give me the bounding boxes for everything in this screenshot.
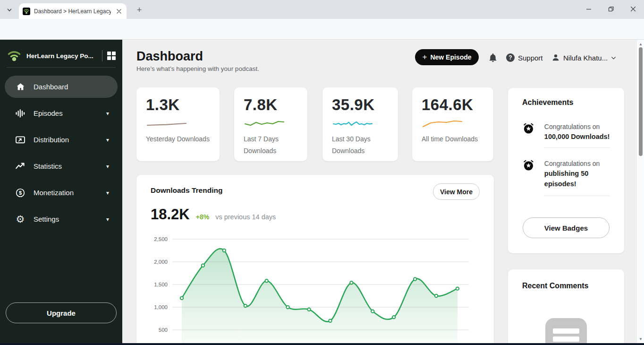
sidebar-item-dashboard[interactable]: Dashboard [5,76,118,98]
stat-card-7days: 7.8K Last 7 Days Downloads [234,87,307,161]
bell-icon [488,52,498,63]
scroll-up-icon[interactable]: ▲ [637,41,644,47]
achievement-text: Congratulations on 100,000 Downloads! [544,122,610,142]
tab-close-icon[interactable] [115,7,123,15]
question-icon: ? [506,53,515,62]
sidebar-item-monetization[interactable]: $ Monetization ▾ [5,181,118,204]
podcast-name: HerLearn Legacy Po... [26,52,97,60]
trend-icon [15,161,25,172]
view-more-button[interactable]: View More [433,183,480,200]
support-label: Support [518,54,543,62]
sidebar-nav: Dashboard Episodes ▾ [0,76,122,234]
downloads-trending-chart: 2,5002,0001,5001,000500 [141,232,477,343]
empty-comments-icon [545,318,587,343]
recent-comments-title: Recent Comments [522,282,588,290]
page-scrollbar[interactable]: ▲ ▼ [636,40,644,343]
stat-label: Last 7 Days Downloads [244,133,298,157]
sidebar-item-statistics[interactable]: Statistics ▾ [5,155,118,177]
achievement-item: Congratulations on 100,000 Downloads! [522,122,610,142]
downloads-trending-card: Downloads Trending View More 18.2K +8% v… [136,175,494,343]
taskbar-edge [0,343,644,345]
achievement-item: Congratulations on publishing 50 episode… [522,159,610,190]
achievement-highlight: 100,000 Downloads! [544,133,610,140]
stat-value: 7.8K [244,96,298,114]
sidebar-item-distribution[interactable]: Distribution ▾ [5,129,118,151]
chevron-down-icon [6,7,13,13]
dollar-icon: $ [15,188,25,198]
chevron-down-icon[interactable]: ▾ [106,216,109,223]
svg-text:500: 500 [159,327,168,333]
divider [544,196,610,196]
apps-grid-icon[interactable] [107,52,116,60]
waveform-icon [15,108,25,119]
window-controls [577,0,644,18]
sidebar-header-divider [102,50,102,61]
window-restore-button[interactable] [600,0,622,18]
sidebar-item-settings[interactable]: ⚙ Settings ▾ [5,208,118,230]
sidebar-item-label: Distribution [34,136,98,144]
trending-title: Downloads Trending [151,186,222,195]
sparkline-icon [244,117,285,129]
stat-card-yesterday: 1.3K Yesterday Downloads [136,87,220,161]
gear-icon: ⚙ [15,214,25,224]
achievement-highlight: publishing 50 episodes! [544,170,588,188]
badge-alarm-star-icon [522,159,535,172]
svg-text:2,500: 2,500 [154,236,168,242]
view-badges-button[interactable]: View Badges [523,217,610,238]
sidebar-item-label: Statistics [34,162,98,170]
app-viewport: HerLearn Legacy Po... Dashboard [0,40,644,343]
browser-tab[interactable]: Dashboard > HerLearn Legacy P [19,3,127,19]
user-name: Nilufa Khatu... [563,54,608,62]
svg-text:$: $ [19,190,22,195]
user-menu[interactable]: Nilufa Khatu... [551,52,617,63]
window-minimize-button[interactable] [577,0,600,18]
podcast-logo-icon [7,48,22,63]
sidebar-header: HerLearn Legacy Po... [0,45,122,66]
achievement-prefix: Congratulations on [544,160,600,167]
sidebar-item-episodes[interactable]: Episodes ▾ [5,102,118,124]
tab-search-button[interactable] [4,4,15,16]
notifications-button[interactable] [487,52,499,64]
divider [544,147,610,148]
new-episode-button[interactable]: + New Episode [415,49,479,65]
browser-tab-strip: Dashboard > HerLearn Legacy P + [0,0,644,19]
tab-title: Dashboard > HerLearn Legacy P [34,8,111,15]
home-icon [15,82,25,92]
new-episode-label: New Episode [430,53,471,61]
stat-card-alltime: 164.6K All time Downloads [412,87,493,161]
chevron-down-icon[interactable]: ▾ [106,110,109,117]
share-screen-icon [15,135,25,145]
sidebar: HerLearn Legacy Po... Dashboard [0,40,122,343]
achievement-prefix: Congratulations on [544,123,600,130]
upgrade-button[interactable]: Upgrade [6,302,117,323]
trending-total: 18.2K [151,206,190,223]
browser-toolbar: admin5.podbean.com/nilufakhatun9753/dash… [0,19,644,40]
scroll-down-icon[interactable]: ▼ [637,336,644,342]
stat-card-30days: 35.9K Last 30 Days Downloads [322,87,398,161]
badge-alarm-star-icon [522,122,535,135]
trending-delta: +8% [196,213,209,221]
trending-delta-note: vs previous 14 days [215,213,276,221]
svg-text:1,500: 1,500 [154,282,168,287]
support-button[interactable]: ? Support [506,52,543,63]
chevron-down-icon[interactable]: ▾ [106,163,109,170]
window-close-button[interactable] [622,0,644,18]
stat-value: 164.6K [422,96,484,114]
sidebar-divider [7,67,116,68]
new-tab-button[interactable]: + [134,5,144,15]
svg-text:1,000: 1,000 [154,304,168,310]
stat-label: Last 30 Days Downloads [332,133,389,157]
plus-icon: + [422,52,427,62]
podbean-favicon-icon [23,8,30,15]
stat-label: Yesterday Downloads [146,133,210,145]
trending-stats: 18.2K +8% vs previous 14 days [151,206,276,223]
chevron-down-icon[interactable]: ▾ [106,190,109,196]
achievements-title: Achievements [522,98,574,107]
stat-value: 35.9K [332,96,389,114]
recent-comments-card: Recent Comments [508,269,624,343]
scrollbar-thumb[interactable] [639,47,643,156]
person-icon [551,53,560,62]
chevron-down-icon[interactable]: ▾ [106,137,109,143]
sidebar-item-label: Monetization [34,189,98,197]
sidebar-item-label: Dashboard [34,83,109,91]
